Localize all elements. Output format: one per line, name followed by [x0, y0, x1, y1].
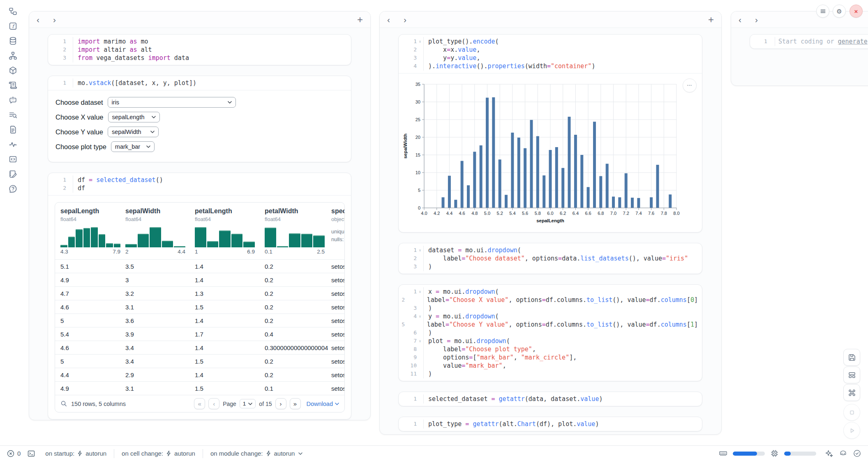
page-select[interactable]: 1	[240, 399, 256, 408]
document-icon[interactable]	[8, 125, 18, 134]
table-row: 4.73.21.30.2setosa	[55, 286, 344, 300]
column-header-petalLength[interactable]: petalLengthfloat6416.9	[195, 207, 255, 255]
functions-icon[interactable]: f	[8, 21, 18, 31]
code-cell-xy-plot-dropdowns[interactable]: 1∨x = mo.ui.dropdown(2 label="Choose X v…	[398, 284, 702, 381]
fold-chevron-icon[interactable]: ∨	[417, 288, 423, 296]
chat-bot-icon[interactable]	[8, 95, 18, 105]
connection-status-icon[interactable]	[853, 449, 861, 458]
add-cell-button[interactable]: +	[357, 15, 363, 25]
page-label: Page	[223, 401, 236, 407]
code-cell-plot[interactable]: 1∨plot_type().encode(2 x=x.value,3 y=y.v…	[398, 34, 702, 233]
line-number: 3	[48, 54, 66, 62]
dependency-graph-icon[interactable]	[8, 51, 18, 60]
svg-text:7.0: 7.0	[610, 211, 616, 216]
terminal-icon[interactable]	[27, 449, 35, 458]
close-icon[interactable]: ×	[850, 5, 863, 18]
altair-bar-chart[interactable]: 051015202530354.04.24.44.64.85.05.25.45.…	[399, 74, 702, 229]
fold-chevron-icon[interactable]: ∨	[417, 337, 423, 345]
dropdown-select[interactable]: mark_bar	[111, 141, 155, 152]
gear-icon[interactable]: ⚙	[833, 5, 846, 18]
code-cell-dataframe[interactable]: 1df = selected_dataset()2df sepalLengthf…	[48, 173, 351, 420]
column-header-petalWidth[interactable]: petalWidthfloat640.12.5	[265, 207, 325, 255]
run-config-2[interactable]: on module change:autorun	[203, 450, 310, 457]
dropdown-select[interactable]: sepalWidth	[108, 127, 159, 137]
run-config-0[interactable]: on startup:autorun	[38, 450, 114, 457]
layout-grid-icon[interactable]	[843, 366, 860, 383]
command-icon[interactable]	[843, 384, 860, 401]
scratchpad-icon[interactable]	[8, 169, 18, 179]
fold-chevron-icon	[767, 37, 773, 46]
code-cell-vstack[interactable]: 1mo.vstack([dataset, x, y, plot]) Choose…	[48, 76, 351, 162]
table-footer: 150 rows, 5 columns«‹Page1 of 15›»Downlo…	[55, 395, 344, 412]
menu-icon[interactable]	[816, 5, 829, 18]
add-cell-button[interactable]: +	[708, 15, 714, 25]
run-icon[interactable]	[843, 422, 860, 439]
first-page-button[interactable]: «	[194, 398, 205, 409]
search-icon[interactable]	[60, 400, 67, 407]
line-number: 5	[399, 320, 405, 329]
file-tree-icon[interactable]	[8, 7, 18, 16]
activity-trace-icon[interactable]	[8, 140, 18, 149]
logs-scroll-icon[interactable]	[8, 81, 18, 90]
code-snippet-icon[interactable]	[8, 154, 18, 164]
chevron-right-icon[interactable]: ›	[53, 15, 69, 24]
table-row: 53.41.50.2setosa	[55, 354, 344, 368]
memory-icon	[719, 449, 727, 458]
chevron-left-icon[interactable]: ‹	[739, 15, 755, 24]
line-number: 1	[399, 37, 417, 46]
fold-chevron-icon	[417, 46, 423, 54]
fold-chevron-icon[interactable]: ∨	[417, 312, 423, 320]
column-histogram	[265, 226, 325, 247]
column-header-sepalLength[interactable]: sepalLengthfloat644.37.9	[60, 207, 120, 255]
code-line: 3)	[399, 263, 698, 271]
code-line: 1Start coding or generate with AI	[750, 37, 868, 46]
chevron-right-icon[interactable]: ›	[755, 15, 771, 24]
chevron-left-icon[interactable]: ‹	[387, 15, 404, 24]
svg-text:25: 25	[416, 117, 420, 122]
code-cell-dataset-dropdown[interactable]: 1∨dataset = mo.ui.dropdown(2 label="Choo…	[398, 243, 702, 274]
save-icon[interactable]	[843, 349, 860, 366]
dropdown-select[interactable]: iris	[108, 97, 236, 108]
search-list-icon[interactable]	[8, 110, 18, 120]
error-indicator[interactable]: 0	[7, 449, 21, 458]
next-page-button[interactable]: ›	[275, 398, 286, 409]
column-header-species[interactable]: speciesobjectunique:nulls:	[331, 207, 345, 243]
fold-chevron-icon	[66, 184, 73, 192]
fold-chevron-icon	[417, 254, 423, 263]
chart-menu-button[interactable]: •••	[683, 78, 697, 92]
ai-sparkle-icon[interactable]	[825, 449, 833, 458]
database-icon[interactable]	[8, 36, 18, 46]
code-cell-plot-type[interactable]: 1plot_type = getattr(alt.Chart(df), plot…	[398, 417, 702, 431]
stop-icon[interactable]	[843, 404, 860, 421]
code-line: 2import altair as alt	[48, 46, 347, 54]
code-cell-empty[interactable]: 1Start coding or generate with AI	[750, 34, 868, 49]
code-cell-imports[interactable]: 1import marimo as mo2import altair as al…	[48, 34, 351, 65]
copilot-icon[interactable]	[839, 449, 847, 458]
run-config-1[interactable]: on cell change:autorun	[114, 450, 203, 457]
line-number: 1	[48, 37, 66, 46]
svg-text:20: 20	[416, 135, 420, 140]
cell-output-chart[interactable]: 051015202530354.04.24.44.64.85.05.25.45.…	[399, 73, 702, 232]
last-page-button[interactable]: »	[290, 398, 301, 409]
svg-text:8.0: 8.0	[673, 211, 679, 216]
chevron-left-icon[interactable]: ‹	[37, 15, 53, 24]
code-line: 2 label="Choose X value", options=df.col…	[399, 296, 698, 304]
download-link[interactable]: Download	[307, 401, 339, 407]
code-line: 1∨plot_type().encode(	[399, 37, 698, 46]
code-cell-selected-dataset[interactable]: 1selected_dataset = getattr(data, datase…	[398, 392, 702, 406]
help-icon[interactable]	[8, 184, 18, 194]
svg-text:7.8: 7.8	[661, 211, 667, 216]
chevron-right-icon[interactable]: ›	[404, 15, 420, 24]
fold-chevron-icon	[417, 263, 423, 271]
line-number: 1	[399, 288, 417, 296]
fold-chevron-icon[interactable]: ∨	[417, 37, 423, 46]
table-row: 4.63.11.50.2setosa	[55, 300, 344, 313]
table-header: sepalLengthfloat644.37.9sepalWidthfloat6…	[55, 203, 344, 259]
svg-text:4.0: 4.0	[421, 211, 427, 216]
column-header-sepalWidth[interactable]: sepalWidthfloat6424.4	[125, 207, 185, 255]
prev-page-button[interactable]: ‹	[208, 398, 219, 409]
fold-chevron-icon[interactable]: ∨	[417, 246, 423, 254]
dropdown-select[interactable]: sepalLength	[108, 112, 160, 122]
fold-chevron-icon	[66, 54, 73, 62]
package-icon[interactable]	[8, 66, 18, 75]
